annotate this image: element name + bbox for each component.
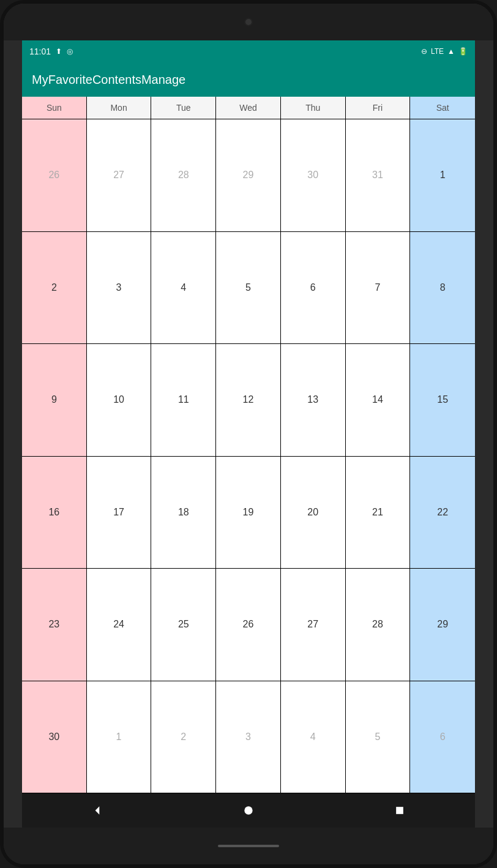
app-title: MyFavoriteContentsManage: [32, 73, 185, 87]
day-headers: SunMonTueWedThuFriSat: [22, 97, 475, 119]
screen: 11:01 ⬆ ◎ ⊖ LTE ▲ 🔋 MyFavoriteContentsMa…: [22, 40, 475, 828]
day-cell[interactable]: 24: [87, 569, 152, 681]
day-cell[interactable]: 29: [410, 569, 475, 681]
day-cell[interactable]: 3: [216, 681, 281, 794]
svg-marker-0: [95, 806, 100, 814]
day-cell[interactable]: 2: [151, 681, 216, 794]
day-cell[interactable]: 13: [281, 344, 346, 457]
day-cell[interactable]: 29: [216, 119, 281, 232]
day-cell[interactable]: 26: [22, 119, 87, 232]
time: 11:01: [29, 47, 51, 56]
back-button[interactable]: [85, 798, 110, 823]
signal-icon: ▲: [447, 47, 455, 56]
battery-icon: 🔋: [458, 47, 468, 56]
day-header-fri: Fri: [346, 97, 411, 119]
day-cell[interactable]: 25: [151, 569, 216, 681]
day-header-sat: Sat: [410, 97, 475, 119]
day-cell[interactable]: 28: [346, 569, 411, 681]
status-right: ⊖ LTE ▲ 🔋: [421, 47, 468, 56]
device-top: [4, 4, 493, 40]
device: 11:01 ⬆ ◎ ⊖ LTE ▲ 🔋 MyFavoriteContentsMa…: [0, 0, 497, 868]
home-button[interactable]: [236, 798, 261, 823]
day-cell[interactable]: 19: [216, 457, 281, 569]
day-cell[interactable]: 7: [346, 232, 411, 345]
day-cell[interactable]: 5: [346, 681, 411, 794]
data-saver-icon: ◎: [67, 47, 73, 56]
day-cell[interactable]: 26: [216, 569, 281, 681]
day-cell[interactable]: 30: [281, 119, 346, 232]
day-cell[interactable]: 4: [281, 681, 346, 794]
day-header-sun: Sun: [22, 97, 87, 119]
day-cell[interactable]: 1: [87, 681, 152, 794]
day-cell[interactable]: 23: [22, 569, 87, 681]
day-cell[interactable]: 22: [410, 457, 475, 569]
day-cell[interactable]: 5: [216, 232, 281, 345]
day-cell[interactable]: 10: [87, 344, 152, 457]
day-cell[interactable]: 18: [151, 457, 216, 569]
nav-icon: ⬆: [56, 47, 62, 56]
device-bottom: [4, 828, 493, 864]
day-cell[interactable]: 3: [87, 232, 152, 345]
day-header-wed: Wed: [216, 97, 281, 119]
day-cell[interactable]: 9: [22, 344, 87, 457]
do-not-disturb-icon: ⊖: [421, 47, 427, 56]
day-cell[interactable]: 31: [346, 119, 411, 232]
calendar-grid: 2627282930311234567891011121314151617181…: [22, 119, 475, 793]
nav-bar: [22, 793, 475, 828]
day-header-tue: Tue: [151, 97, 216, 119]
recents-button[interactable]: [387, 798, 412, 823]
camera: [244, 18, 253, 26]
lte-label: LTE: [431, 47, 444, 56]
day-cell[interactable]: 1: [410, 119, 475, 232]
day-header-thu: Thu: [281, 97, 346, 119]
day-cell[interactable]: 27: [87, 119, 152, 232]
day-cell[interactable]: 11: [151, 344, 216, 457]
app-bar: MyFavoriteContentsManage: [22, 62, 475, 97]
day-cell[interactable]: 17: [87, 457, 152, 569]
calendar: SunMonTueWedThuFriSat 262728293031123456…: [22, 97, 475, 793]
home-indicator: [218, 845, 279, 847]
day-cell[interactable]: 28: [151, 119, 216, 232]
day-cell[interactable]: 27: [281, 569, 346, 681]
day-cell[interactable]: 6: [281, 232, 346, 345]
status-left: 11:01 ⬆ ◎: [29, 47, 73, 56]
day-cell[interactable]: 2: [22, 232, 87, 345]
day-cell[interactable]: 8: [410, 232, 475, 345]
day-header-mon: Mon: [87, 97, 152, 119]
day-cell[interactable]: 15: [410, 344, 475, 457]
day-cell[interactable]: 21: [346, 457, 411, 569]
day-cell[interactable]: 20: [281, 457, 346, 569]
day-cell[interactable]: 16: [22, 457, 87, 569]
day-cell[interactable]: 12: [216, 344, 281, 457]
svg-point-1: [244, 806, 252, 814]
day-cell[interactable]: 4: [151, 232, 216, 345]
day-cell[interactable]: 14: [346, 344, 411, 457]
day-cell[interactable]: 6: [410, 681, 475, 794]
status-bar: 11:01 ⬆ ◎ ⊖ LTE ▲ 🔋: [22, 40, 475, 62]
svg-rect-2: [396, 807, 403, 814]
day-cell[interactable]: 30: [22, 681, 87, 794]
